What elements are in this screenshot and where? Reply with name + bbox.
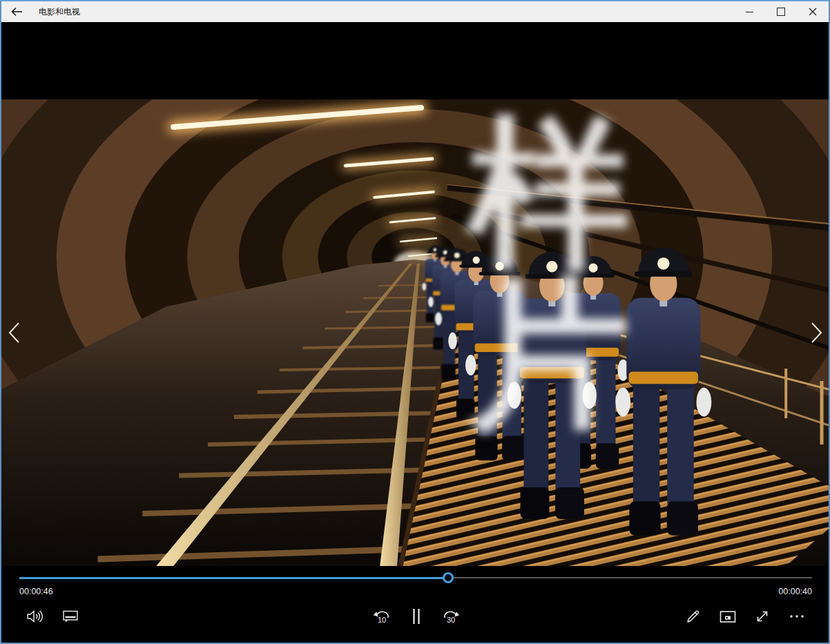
time-elapsed: 00:00:46 bbox=[19, 587, 53, 596]
picture-in-picture-icon bbox=[720, 610, 736, 623]
video-frame[interactable]: 样片 bbox=[1, 99, 829, 566]
next-button[interactable] bbox=[807, 321, 825, 344]
skip-back-label: 10 bbox=[378, 616, 386, 624]
video-scene bbox=[1, 99, 829, 566]
chevron-right-icon bbox=[809, 321, 824, 344]
close-icon bbox=[809, 8, 817, 16]
minimize-icon bbox=[746, 12, 753, 12]
skip-forward-button[interactable]: 30 bbox=[437, 603, 465, 630]
seek-fill bbox=[19, 577, 448, 579]
window-controls bbox=[733, 1, 829, 22]
volume-button[interactable] bbox=[21, 603, 49, 630]
pause-button[interactable] bbox=[403, 603, 430, 630]
more-options-icon bbox=[789, 614, 805, 619]
pause-icon bbox=[411, 608, 422, 625]
previous-button[interactable] bbox=[6, 321, 23, 344]
maximize-button[interactable] bbox=[765, 1, 797, 22]
minimize-button[interactable] bbox=[733, 1, 765, 22]
time-remaining: 00:00:40 bbox=[778, 587, 812, 596]
pencil-icon bbox=[686, 609, 701, 624]
subtitles-button[interactable] bbox=[57, 603, 84, 630]
app-title: 电影和电视 bbox=[39, 6, 80, 18]
app-window: 电影和电视 bbox=[0, 0, 830, 644]
back-arrow-icon bbox=[11, 7, 23, 17]
skip-back-button[interactable]: 10 bbox=[368, 603, 396, 630]
player-area: 样片 00:00:46 00:00:40 bbox=[1, 22, 829, 643]
seek-track[interactable] bbox=[19, 577, 812, 578]
skip-forward-label: 30 bbox=[447, 616, 455, 624]
subtitles-icon bbox=[62, 609, 79, 623]
more-options-button[interactable] bbox=[783, 603, 811, 630]
close-button[interactable] bbox=[797, 1, 829, 22]
titlebar: 电影和电视 bbox=[1, 1, 829, 22]
volume-icon bbox=[26, 609, 44, 624]
seek-bar[interactable] bbox=[19, 571, 812, 585]
mini-player-button[interactable] bbox=[714, 603, 742, 630]
back-button[interactable] bbox=[1, 1, 32, 22]
edit-button[interactable] bbox=[679, 603, 707, 630]
maximize-icon bbox=[777, 8, 785, 16]
fullscreen-icon bbox=[754, 608, 771, 625]
chevron-left-icon bbox=[7, 321, 22, 344]
seek-thumb[interactable] bbox=[443, 572, 454, 583]
fullscreen-button[interactable] bbox=[749, 603, 776, 630]
